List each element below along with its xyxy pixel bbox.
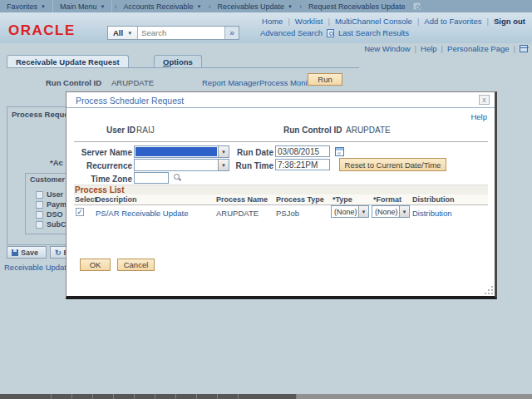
checkbox-label: SubC bbox=[47, 220, 66, 229]
tab-options[interactable]: Options bbox=[154, 55, 202, 67]
help-link[interactable]: Help bbox=[421, 44, 437, 53]
reset-to-current-datetime-button[interactable]: Reset to Current Date/Time bbox=[339, 158, 446, 171]
user-checkbox[interactable] bbox=[36, 191, 43, 199]
dialog-title: Process Scheduler Request bbox=[76, 96, 184, 106]
taskbar-window-button[interactable] bbox=[197, 394, 218, 399]
breadcrumb-chevron-icon: › bbox=[112, 2, 118, 11]
distribution-link[interactable]: Distribution bbox=[412, 209, 452, 218]
taskbar-window-button[interactable] bbox=[114, 394, 135, 399]
taskbar-window-button[interactable] bbox=[218, 394, 239, 399]
breadcrumb-chevron-icon: › bbox=[298, 2, 303, 11]
cancel-button[interactable]: Cancel bbox=[117, 259, 155, 271]
refresh-icon: ↻ bbox=[55, 249, 62, 256]
breadcrumb: Favorites ▼ Main Menu ▼ › Accounts Recei… bbox=[0, 0, 532, 12]
search-scope-value: All bbox=[113, 28, 123, 37]
search-submit-button[interactable]: » bbox=[224, 27, 239, 39]
search-scope-select[interactable]: All ▼ bbox=[108, 27, 138, 39]
last-search-results-link[interactable]: Last Search Results bbox=[338, 28, 409, 37]
personalize-page-icon[interactable] bbox=[520, 45, 528, 52]
taskbar-window-button[interactable] bbox=[135, 394, 155, 399]
payment-checkbox[interactable] bbox=[36, 201, 43, 209]
type-select[interactable]: (None) ▼ bbox=[331, 205, 369, 218]
save-icon bbox=[12, 249, 18, 256]
taskbar-window-button[interactable] bbox=[0, 394, 52, 399]
nav-separator: | bbox=[328, 17, 329, 26]
breadcrumb-label: Accounts Receivable bbox=[123, 2, 193, 11]
breadcrumb-request-receivables-update[interactable]: Request Receivables Update bbox=[303, 2, 411, 11]
col-distribution: Distribution bbox=[412, 195, 455, 204]
tab-receivable-update-request[interactable]: Receivable Update Request bbox=[7, 55, 129, 67]
search-input[interactable] bbox=[138, 27, 224, 39]
taskbar-window-button[interactable] bbox=[155, 394, 176, 399]
taskbar bbox=[0, 394, 532, 399]
add-to-favorites-link[interactable]: Add to Favorites bbox=[424, 17, 481, 26]
time-zone-input[interactable] bbox=[134, 172, 169, 184]
worklist-link[interactable]: Worklist bbox=[295, 17, 323, 26]
taskbar-window-button[interactable] bbox=[176, 394, 197, 399]
breadcrumb-accounts-receivable[interactable]: Accounts Receivable ▼ bbox=[118, 2, 206, 11]
dialog-titlebar: Process Scheduler Request x bbox=[66, 92, 495, 108]
run-date-input[interactable] bbox=[275, 145, 330, 157]
nav-separator: | bbox=[487, 17, 489, 26]
new-window-link[interactable]: New Window bbox=[364, 44, 410, 53]
run-control-id-label: Run Control ID bbox=[46, 78, 101, 87]
process-select-checkbox[interactable]: ✓ bbox=[76, 208, 84, 216]
taskbar-window-button[interactable] bbox=[93, 394, 114, 399]
search-widget: All ▼ » bbox=[107, 26, 239, 40]
main-menu[interactable]: Main Menu ▼ bbox=[53, 0, 112, 12]
col-description: Description bbox=[96, 195, 137, 204]
dropdown-caret-icon: ▼ bbox=[41, 4, 46, 9]
pagebar-separator: | bbox=[415, 44, 416, 53]
history-option-row: User bbox=[36, 190, 63, 199]
process-description-link[interactable]: PS/AR Receivable Update bbox=[96, 209, 188, 218]
favorites-menu[interactable]: Favorites ▼ bbox=[0, 0, 53, 12]
run-date-label: Run Date bbox=[215, 148, 273, 157]
sign-out-link[interactable]: Sign out bbox=[494, 17, 525, 26]
dialog-help-link[interactable]: Help bbox=[470, 112, 487, 121]
close-icon[interactable]: x bbox=[479, 95, 490, 105]
personalize-page-link[interactable]: Personalize Page bbox=[447, 44, 509, 53]
breadcrumb-receivables-update[interactable]: Receivables Update ▼ bbox=[212, 2, 298, 11]
run-control-id-value: ARUPDATE bbox=[111, 78, 154, 87]
dso-checkbox[interactable] bbox=[36, 211, 43, 219]
chevron-down-icon[interactable]: ▼ bbox=[399, 206, 409, 217]
oracle-logo: ORACLE bbox=[8, 22, 76, 39]
time-zone-label: Time Zone bbox=[74, 175, 132, 184]
format-select[interactable]: (None) ▼ bbox=[372, 205, 410, 218]
history-option-row: DSO bbox=[36, 210, 63, 219]
advanced-search-link[interactable]: Advanced Search bbox=[260, 28, 323, 37]
run-button[interactable]: Run bbox=[308, 73, 342, 86]
report-manager-link[interactable]: Report Manager bbox=[202, 78, 259, 87]
pagebar-separator: | bbox=[441, 44, 443, 53]
header: ORACLE Home | Worklist | MultiChannel Co… bbox=[0, 12, 532, 43]
dropdown-caret-icon: ▼ bbox=[101, 4, 106, 9]
history-option-row: SubC bbox=[36, 220, 66, 229]
nav-separator: | bbox=[288, 17, 289, 26]
breadcrumb-chevron-icon: › bbox=[206, 2, 212, 11]
page-bar: New Window | Help | Personalize Page | bbox=[364, 44, 528, 53]
main-menu-label: Main Menu bbox=[60, 2, 97, 11]
col-type: *Type bbox=[332, 195, 352, 204]
resize-grip-icon[interactable] bbox=[485, 287, 493, 294]
run-time-input[interactable] bbox=[275, 159, 330, 170]
save-button[interactable]: Save bbox=[7, 246, 47, 259]
calendar-icon[interactable] bbox=[335, 147, 344, 156]
search-links: Advanced Search Last Search Results bbox=[260, 28, 409, 37]
favorites-label: Favorites bbox=[7, 2, 37, 11]
taskbar-window-button[interactable] bbox=[239, 394, 297, 399]
taskbar-window-button[interactable] bbox=[72, 394, 93, 399]
history-option-row: Paym bbox=[36, 200, 66, 209]
home-link[interactable]: Home bbox=[262, 17, 283, 26]
format-select-value: (None) bbox=[375, 208, 398, 216]
breadcrumb-search-icon[interactable] bbox=[413, 2, 421, 10]
subcustomer-checkbox[interactable] bbox=[36, 221, 43, 229]
multichannel-console-link[interactable]: MultiChannel Console bbox=[335, 17, 412, 26]
chevron-down-icon[interactable]: ▼ bbox=[358, 206, 368, 217]
process-type-value: PSJob bbox=[276, 209, 299, 218]
lookup-icon[interactable] bbox=[173, 173, 182, 182]
run-time-label: Run Time bbox=[215, 161, 273, 170]
recurrence-label: Recurrence bbox=[74, 161, 132, 170]
taskbar-window-button[interactable] bbox=[52, 394, 72, 399]
ok-button[interactable]: OK bbox=[80, 259, 111, 271]
app-window: Favorites ▼ Main Menu ▼ › Accounts Recei… bbox=[0, 0, 532, 399]
